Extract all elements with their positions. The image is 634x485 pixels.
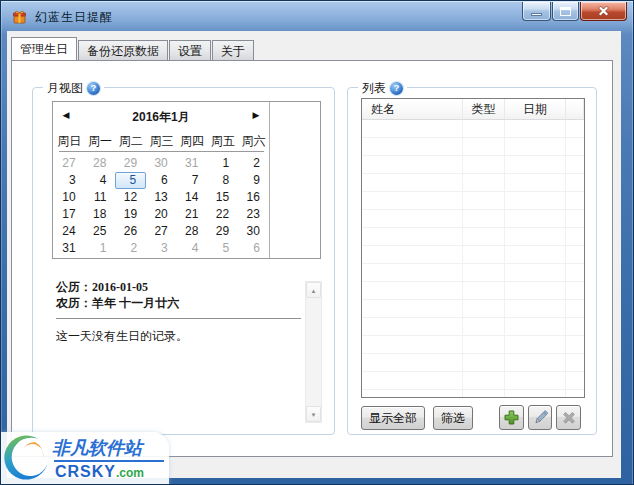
column-header-3[interactable]: 日期 [505,99,566,119]
calendar-day-selected[interactable]: 5 [115,172,146,189]
calendar-day[interactable]: 30 [146,155,177,172]
calendar-day[interactable]: 4 [85,172,116,189]
calendar-day[interactable]: 1 [207,155,238,172]
calendar-day[interactable]: 6 [238,240,269,257]
calendar-day[interactable]: 31 [54,240,85,257]
calendar-day[interactable]: 26 [115,223,146,240]
column-header-2[interactable]: 类型 [463,99,505,119]
plus-icon [504,410,519,425]
calendar-day[interactable]: 24 [54,223,85,240]
table-cell [566,156,584,174]
delete-button[interactable] [556,405,581,430]
calendar-day[interactable]: 20 [146,206,177,223]
table-cell [566,246,584,264]
table-cell [566,264,584,282]
table-row [362,264,584,282]
calendar-day[interactable]: 22 [207,206,238,223]
table-row [362,336,584,354]
table-row [362,318,584,336]
calendar-day[interactable]: 8 [207,172,238,189]
table-cell [566,282,584,300]
table-cell [463,264,505,282]
column-header-filler [566,99,584,119]
next-month-icon[interactable]: ▶ [249,110,263,120]
calendar-day[interactable]: 9 [238,172,269,189]
calendar-day[interactable]: 1 [85,240,116,257]
close-button[interactable] [580,2,627,21]
help-icon[interactable]: ? [87,82,100,95]
calendar-day[interactable]: 15 [207,189,238,206]
table-cell [463,246,505,264]
table-cell [463,174,505,192]
table-cell [505,120,566,138]
calendar-day[interactable]: 28 [177,223,208,240]
calendar-day[interactable]: 5 [207,240,238,257]
calendar-day[interactable]: 7 [177,172,208,189]
calendar-day[interactable]: 14 [177,189,208,206]
maximize-icon [560,7,571,16]
calendar-weekday: 周一 [85,133,116,149]
calendar-day[interactable]: 27 [54,155,85,172]
info-scrollbar[interactable]: ▲ ▼ [305,281,322,423]
calendar-day[interactable]: 30 [238,223,269,240]
calendar-day[interactable]: 6 [146,172,177,189]
calendar-day[interactable]: 28 [85,155,116,172]
table-cell [362,300,463,318]
calendar-day[interactable]: 12 [115,189,146,206]
table-cell [463,390,505,398]
calendar-day[interactable]: 3 [146,240,177,257]
table-body [362,120,584,398]
table-cell [362,174,463,192]
lunar-date-line: 农历：羊年 十一月廿六 [56,295,302,311]
tab-manage-birthdays[interactable]: 管理生日 [11,37,77,60]
list-label: 列表 [362,80,386,97]
calendar-day[interactable]: 19 [115,206,146,223]
tab-backup-restore[interactable]: 备份还原数据 [78,40,168,60]
list-group-label: 列表 ? [358,80,407,97]
calendar-day[interactable]: 27 [146,223,177,240]
month-calendar[interactable]: ◀ 2016年1月 ▶ 周日周一周二周三周四周五周六 2728293031123… [52,101,321,259]
calendar-month-title[interactable]: 2016年1月 [53,109,269,126]
table-cell [362,228,463,246]
calendar-day[interactable]: 10 [54,189,85,206]
calendar-day[interactable]: 21 [177,206,208,223]
table-cell [463,228,505,246]
table-cell [566,228,584,246]
add-button[interactable] [499,405,524,430]
table-cell [566,174,584,192]
table-cell [505,336,566,354]
tab-settings[interactable]: 设置 [169,40,211,60]
birthday-table[interactable]: 姓名类型日期 [361,98,585,398]
scroll-up-icon[interactable]: ▲ [306,282,321,298]
calendar-day[interactable]: 29 [207,223,238,240]
calendar-day[interactable]: 16 [238,189,269,206]
help-icon[interactable]: ? [390,82,403,95]
maximize-button[interactable] [552,2,579,21]
table-cell [362,246,463,264]
edit-button[interactable] [528,405,552,430]
calendar-day[interactable]: 3 [54,172,85,189]
table-row [362,390,584,398]
calendar-day[interactable]: 31 [177,155,208,172]
calendar-day[interactable]: 23 [238,206,269,223]
calendar-day[interactable]: 11 [85,189,116,206]
calendar-day[interactable]: 25 [85,223,116,240]
calendar-day[interactable]: 2 [238,155,269,172]
calendar-day[interactable]: 18 [85,206,116,223]
filter-button[interactable]: 筛选 [433,406,473,430]
minimize-button[interactable] [522,2,551,21]
table-cell [362,210,463,228]
tab-about[interactable]: 关于 [212,40,254,60]
calendar-weekday: 周四 [177,133,208,149]
calendar-day[interactable]: 2 [115,240,146,257]
column-header-1[interactable]: 姓名 [362,99,463,119]
scroll-down-icon[interactable]: ▼ [306,406,321,422]
table-cell [505,372,566,390]
calendar-day[interactable]: 17 [54,206,85,223]
table-row [362,138,584,156]
calendar-day[interactable]: 29 [115,155,146,172]
show-all-button[interactable]: 显示全部 [361,406,425,430]
calendar-day[interactable]: 4 [177,240,208,257]
calendar-day[interactable]: 13 [146,189,177,206]
titlebar[interactable]: 幻蓝生日提醒 [1,1,633,31]
